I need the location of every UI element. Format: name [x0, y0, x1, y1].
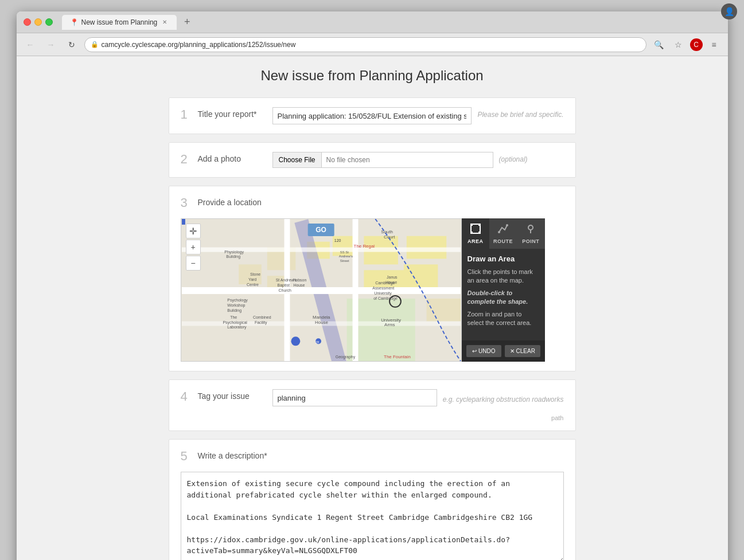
file-name-display: No file chosen [321, 152, 493, 168]
section-label-title: Title your report* [198, 107, 272, 119]
svg-text:Assessment: Assessment [372, 286, 394, 290]
svg-text:Andrew's: Andrew's [338, 254, 352, 258]
zoom-in-button[interactable]: + [186, 240, 201, 254]
maximize-window-button[interactable] [45, 18, 53, 26]
section-label-description: Write a description* [198, 449, 272, 460]
map-tab-route[interactable]: ROUTE [489, 218, 517, 249]
search-icon[interactable]: 🔍 [651, 37, 667, 53]
browser-toolbar: ← → ↻ 🔒 camcycle.cyclescape.org/planning… [17, 33, 728, 56]
svg-text:Building: Building [227, 308, 241, 313]
profile-icon[interactable]: 👤 [721, 11, 728, 19]
browser-content: New issue from Planning Application 1 Ti… [17, 56, 728, 560]
svg-text:South: South [381, 229, 393, 234]
url-text: camcycle.cyclescape.org/planning_applica… [102, 41, 296, 49]
route-icon [497, 223, 509, 237]
route-tab-label: ROUTE [493, 238, 513, 244]
cyclescape-icon[interactable]: C [690, 38, 703, 51]
svg-text:Cambridge: Cambridge [375, 281, 395, 285]
back-button[interactable]: ← [22, 37, 38, 53]
traffic-lights [24, 18, 53, 26]
description-textarea[interactable]: Extension of existing secure cycle compo… [181, 472, 564, 560]
instruction-2-text: Double-click to complete the shape. [468, 289, 528, 305]
svg-text:House: House [315, 320, 328, 325]
svg-text:Laboratory: Laboratory [227, 325, 247, 330]
minimize-window-button[interactable] [34, 18, 42, 26]
zoom-out-button[interactable]: − [186, 256, 201, 271]
svg-text:of Cambridge: of Cambridge [373, 296, 398, 301]
title-hint: Please be brief and specific. [477, 107, 563, 119]
map-tab-area[interactable]: AREA [462, 218, 489, 249]
section-number-3: 3 [181, 195, 198, 209]
map-container[interactable]: 28 South Court Janus House Stone Yard Ce… [181, 218, 462, 362]
svg-rect-13 [181, 287, 460, 294]
tag-input[interactable] [272, 389, 437, 406]
forward-button[interactable]: → [43, 37, 59, 53]
menu-icon[interactable]: ≡ [706, 37, 722, 53]
map-panel-content: Draw an Area Click the points to mark an… [462, 249, 545, 340]
section-location: 3 Provide a location [169, 186, 576, 371]
browser-titlebar: 📍 New issue from Planning ✕ + 👤 [17, 11, 728, 33]
section-label-tag: Tag your issue [198, 389, 272, 401]
favicon-icon: 📍 [70, 18, 78, 26]
section-title: 1 Title your report* Please be brief and… [169, 97, 576, 134]
svg-point-67 [528, 225, 533, 230]
section-title-header: 1 Title your report* Please be brief and… [169, 98, 575, 134]
area-icon [470, 223, 481, 237]
svg-text:Hobson: Hobson [293, 278, 306, 282]
section-description-header: 5 Write a description* [169, 440, 575, 472]
svg-text:Psychological: Psychological [223, 320, 247, 325]
section-content-photo: Choose File No file chosen (optional) [272, 152, 564, 168]
desc-section-body: Extension of existing secure cycle compo… [169, 472, 575, 560]
clear-x-icon: ✕ [510, 348, 515, 354]
tab-title: New issue from Planning [81, 18, 158, 26]
map-tab-point[interactable]: POINT [517, 218, 544, 249]
svg-rect-62 [478, 224, 481, 226]
close-tab-button[interactable]: ✕ [161, 18, 169, 26]
svg-text:120: 120 [334, 238, 341, 242]
svg-text:Church: Church [278, 288, 291, 292]
section-label-location: Provide a location [198, 195, 272, 207]
section-label-photo: Add a photo [198, 152, 272, 163]
svg-text:Combined: Combined [252, 315, 271, 319]
section-number-1: 1 [181, 107, 198, 121]
undo-button[interactable]: ↩ UNDO [466, 345, 502, 357]
svg-rect-20 [181, 219, 185, 225]
file-input-wrapper: Choose File No file chosen [272, 152, 493, 168]
section-number-2: 2 [181, 152, 198, 166]
map-panel-tabs: AREA ROUTE [462, 218, 545, 249]
svg-text:Psychology: Psychology [227, 298, 248, 303]
new-tab-button[interactable]: + [179, 14, 195, 30]
svg-rect-63 [470, 232, 473, 234]
address-bar[interactable]: 🔒 camcycle.cyclescape.org/planning_appli… [84, 37, 646, 52]
refresh-button[interactable]: ↻ [64, 37, 80, 53]
svg-text:Baptist: Baptist [277, 283, 289, 288]
undo-label: UNDO [478, 348, 495, 354]
clear-button[interactable]: ✕ CLEAR [505, 345, 540, 357]
move-icon[interactable]: ✛ [186, 224, 201, 238]
clear-label: CLEAR [516, 348, 535, 354]
choose-file-button[interactable]: Choose File [272, 152, 321, 168]
svg-text:Court: Court [384, 234, 395, 240]
area-tab-label: AREA [468, 238, 484, 244]
svg-text:House: House [293, 283, 305, 287]
point-tab-label: POINT [522, 238, 539, 244]
svg-text:SS St: SS St [340, 250, 349, 254]
svg-text:Building: Building [226, 254, 240, 259]
svg-text:Arms: Arms [384, 322, 395, 327]
draw-area-instruction-3: Zoom in and pan to select the correct ar… [468, 310, 539, 328]
close-window-button[interactable] [24, 18, 31, 26]
tab-bar: 📍 New issue from Planning ✕ + [62, 14, 721, 30]
section-content-title: Please be brief and specific. [272, 107, 564, 124]
title-input[interactable] [272, 107, 472, 124]
svg-text:Workshop: Workshop [227, 303, 245, 308]
svg-text:28: 28 [315, 340, 319, 344]
bookmark-icon[interactable]: ☆ [671, 37, 687, 53]
photo-hint: (optional) [499, 152, 528, 163]
map-go-button[interactable]: GO [307, 224, 334, 236]
svg-text:Yard: Yard [248, 277, 256, 281]
svg-point-19 [291, 336, 300, 346]
browser-tab[interactable]: 📍 New issue from Planning ✕ [62, 15, 177, 30]
undo-arrow-icon: ↩ [472, 348, 477, 354]
svg-text:Stone: Stone [250, 272, 260, 276]
toolbar-right: 🔍 ☆ C ≡ [651, 37, 722, 53]
